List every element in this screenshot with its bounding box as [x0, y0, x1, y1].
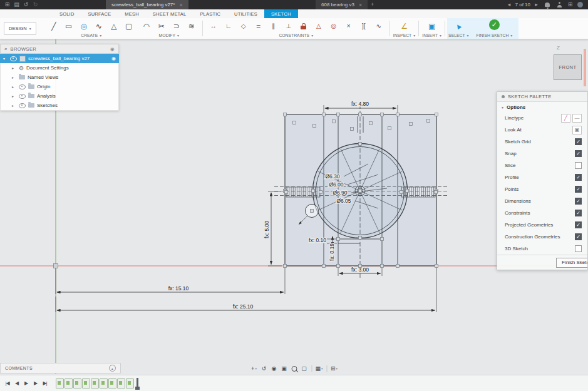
timeline-feature[interactable] — [108, 378, 116, 388]
timeline-feature[interactable] — [126, 378, 134, 388]
slot-tool-icon[interactable]: ▢ — [121, 19, 137, 33]
save-icon[interactable]: ▤ — [12, 0, 21, 9]
perpendicular-constraint-icon[interactable]: ⊥ — [281, 19, 296, 33]
parallel-constraint-icon[interactable]: ∥ — [266, 19, 281, 33]
insert-menu[interactable]: INSERT ▾ — [422, 33, 441, 38]
browser-item-analysis[interactable]: ▸ Analysis — [0, 91, 119, 101]
dim-overall-width[interactable]: fx: 25.10 — [233, 303, 254, 310]
visibility-eye-icon[interactable] — [19, 84, 26, 89]
timeline-marker[interactable] — [137, 378, 138, 389]
notifications-icon[interactable] — [545, 3, 550, 7]
trim-tool-icon[interactable]: ✂ — [154, 19, 169, 33]
timeline-feature[interactable] — [73, 378, 81, 388]
document-tab-active[interactable]: screwless_ball_bearing v27* × — [106, 0, 188, 9]
next-doc-icon[interactable]: ▸ — [532, 0, 541, 9]
snap-checkbox[interactable] — [575, 150, 582, 157]
tab-surface[interactable]: SURFACE — [81, 9, 118, 18]
grid-settings-icon[interactable]: ⊞▾ — [329, 364, 339, 373]
timeline-feature[interactable] — [117, 378, 125, 388]
chevron-right-icon[interactable]: ▸ — [12, 94, 16, 98]
tab-sheet-metal[interactable]: SHEET METAL — [146, 9, 193, 18]
spline-tool-icon[interactable]: ∿ — [91, 19, 106, 33]
redo-icon[interactable]: ↻ — [31, 0, 40, 9]
visibility-eye-icon[interactable] — [10, 56, 17, 61]
palette-header[interactable]: SKETCH PALETTE — [497, 92, 587, 102]
new-tab-icon[interactable]: + — [368, 0, 377, 9]
prev-doc-icon[interactable]: ◂ — [505, 0, 514, 9]
fit-icon[interactable]: ▢ — [299, 364, 309, 373]
solid-linetype-icon[interactable]: — — [572, 114, 582, 123]
close-icon[interactable]: × — [179, 2, 182, 8]
palette-options-section[interactable]: ▾ Options — [497, 102, 587, 112]
timeline-feature[interactable] — [100, 378, 108, 388]
undo-icon[interactable]: ↺ — [21, 0, 31, 9]
construction-linetype-icon[interactable]: ╱ — [561, 114, 570, 123]
isolate-icon[interactable]: ◉ — [111, 56, 116, 61]
zoom-icon[interactable] — [289, 364, 299, 373]
dimensions-checkbox[interactable] — [575, 198, 582, 205]
sketch-dimension-icon[interactable]: ↔ — [206, 19, 221, 33]
inspect-menu[interactable]: INSPECT ▾ — [393, 33, 415, 38]
dim-gap-tiny[interactable]: fx: 0.19 — [329, 243, 335, 261]
slice-checkbox[interactable] — [575, 162, 582, 169]
measure-tool-icon[interactable]: ∠ — [397, 19, 412, 33]
close-icon[interactable]: × — [359, 2, 362, 8]
chevron-right-icon[interactable]: ▸ — [12, 84, 16, 89]
projected-geometries-checkbox[interactable] — [575, 221, 582, 228]
tab-solid[interactable]: SOLID — [53, 9, 81, 18]
move-tool-icon[interactable]: ≋ — [184, 19, 199, 33]
collapse-icon[interactable]: « — [4, 46, 8, 52]
timeline-feature[interactable] — [82, 378, 90, 388]
sketch-grid-checkbox[interactable] — [575, 138, 582, 145]
chevron-right-icon[interactable]: ▸ — [12, 103, 16, 108]
modify-menu[interactable]: MODIFY ▾ — [139, 33, 199, 38]
browser-item-named-views[interactable]: ▸ Named Views — [0, 73, 119, 82]
tab-utilities[interactable]: UTILITIES — [227, 9, 264, 18]
coincident-constraint-icon[interactable]: ◇ — [236, 19, 251, 33]
visibility-eye-icon[interactable] — [19, 94, 26, 99]
timeline-feature[interactable] — [64, 378, 73, 388]
dim-top-width[interactable]: fx: 4.80 — [351, 101, 369, 107]
offset-tool-icon[interactable]: ⊃ — [169, 19, 184, 33]
viewcube-front-face[interactable]: FRONT — [554, 54, 582, 80]
dim-dia-groove[interactable]: Ø6.00 — [329, 181, 343, 188]
drag-handle-icon[interactable] — [502, 95, 505, 98]
browser-root-item[interactable]: ▾ screwless_ball_bearing v27 ◉ — [0, 54, 119, 63]
timeline-feature[interactable] — [91, 378, 99, 388]
comments-panel[interactable]: COMMENTS ▴ — [0, 363, 121, 373]
tab-mesh[interactable]: MESH — [118, 9, 145, 18]
design-menu[interactable]: DESIGN ▾ — [4, 22, 36, 35]
concentric-constraint-icon[interactable]: ◎ — [326, 19, 341, 33]
avatar[interactable] — [577, 2, 583, 8]
dim-gap-small[interactable]: fx: 0.10 — [309, 237, 326, 243]
browser-item-sketches[interactable]: ▸ Sketches — [0, 101, 119, 111]
tab-sketch[interactable]: SKETCH — [264, 9, 298, 18]
tangent-constraint-icon[interactable]: △ — [311, 19, 326, 33]
chevron-down-icon[interactable]: ▾ — [3, 56, 8, 61]
apps-icon[interactable]: ⊞ — [565, 0, 575, 9]
select-menu[interactable]: SELECT ▾ — [448, 33, 468, 38]
midpoint-constraint-icon[interactable]: × — [341, 19, 356, 33]
timeline-start-button[interactable]: |◀ — [3, 378, 12, 388]
polygon-tool-icon[interactable]: △ — [106, 19, 121, 33]
constraints-checkbox[interactable] — [575, 210, 582, 216]
browser-item-origin[interactable]: ▸ Origin — [0, 82, 119, 91]
timeline-step-forward-button[interactable]: ▶ — [31, 378, 40, 388]
timeline-feature[interactable] — [56, 378, 64, 388]
create-menu[interactable]: CREATE ▾ — [46, 33, 137, 38]
equal-constraint-icon[interactable]: = — [251, 19, 266, 33]
dim-dia-outer[interactable]: Ø6.30 — [325, 173, 339, 180]
rectangle-tool-icon[interactable]: ▭ — [61, 19, 76, 33]
look-at-icon[interactable]: ◉ — [269, 364, 279, 373]
fix-constraint-icon[interactable] — [296, 19, 311, 33]
timeline-step-back-button[interactable]: ◀ — [12, 378, 21, 388]
visibility-eye-icon[interactable] — [19, 103, 26, 108]
dim-dia-bore[interactable]: Ø6.05 — [336, 198, 351, 204]
dim-dia-race[interactable]: Ø6.90 — [333, 190, 347, 196]
finish-sketch-button[interactable]: Finish Sketch — [556, 258, 588, 268]
tab-plastic[interactable]: PLASTIC — [193, 9, 227, 18]
chevron-right-icon[interactable]: ▸ — [12, 66, 16, 70]
panel-menu-icon[interactable]: ◉ — [110, 46, 115, 52]
circle-tool-icon[interactable]: ◎ — [76, 19, 91, 33]
fillet-tool-icon[interactable]: ◠ — [139, 19, 154, 33]
